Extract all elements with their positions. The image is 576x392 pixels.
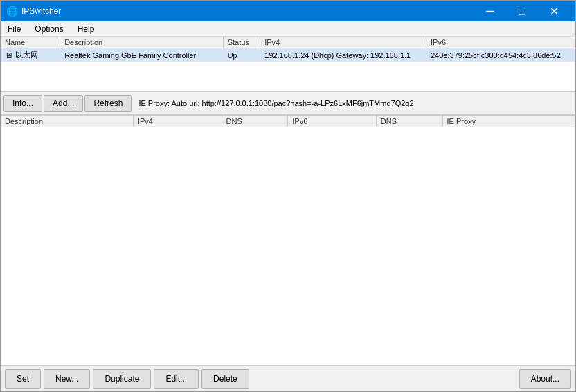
profile-col-proxy: IE Proxy	[442, 116, 575, 127]
menu-bar: File Options Help	[1, 21, 575, 37]
col-header-name: Name	[1, 37, 60, 48]
profile-col-dns2: DNS	[376, 116, 442, 127]
maximize-button[interactable]: □	[506, 1, 538, 21]
app-icon: 🌐	[6, 6, 17, 17]
delete-button[interactable]: Delete	[201, 369, 249, 389]
window-controls: ─ □ ✕	[474, 1, 570, 21]
network-icon-cell: 🖥 以太网	[5, 50, 38, 60]
profile-list[interactable]: Description IPv4 DNS IPv6 DNS IE Proxy	[1, 115, 575, 366]
main-window: 🌐 IPSwitcher ─ □ ✕ File Options Help Nam…	[0, 0, 576, 392]
profile-table: Description IPv4 DNS IPv6 DNS IE Proxy	[1, 116, 575, 127]
menu-options[interactable]: Options	[28, 21, 70, 36]
cell-description: Realtek Gaming GbE Family Controller	[60, 48, 224, 62]
col-header-ipv6: IPv6	[426, 37, 575, 48]
info-button[interactable]: Info...	[3, 95, 42, 112]
col-header-status: Status	[223, 37, 260, 48]
cell-status: Up	[223, 48, 260, 62]
new-button[interactable]: New...	[44, 369, 90, 389]
title-bar: 🌐 IPSwitcher ─ □ ✕	[1, 1, 575, 21]
action-toolbar: Info... Add... Refresh IE Proxy: Auto ur…	[1, 92, 575, 115]
about-button[interactable]: About...	[519, 369, 571, 389]
duplicate-button[interactable]: Duplicate	[93, 369, 151, 389]
profile-col-ipv6: IPv6	[288, 116, 377, 127]
cell-name: 🖥 以太网	[1, 48, 60, 62]
edit-button[interactable]: Edit...	[154, 369, 199, 389]
network-list[interactable]: Name Description Status IPv4 IPv6 🖥 以太网 …	[1, 37, 575, 92]
profile-col-dns1: DNS	[222, 116, 288, 127]
menu-help[interactable]: Help	[71, 21, 102, 36]
menu-file[interactable]: File	[1, 21, 28, 36]
footer-toolbar: Set New... Duplicate Edit... Delete Abou…	[1, 366, 575, 391]
proxy-info-text: IE Proxy: Auto url: http://127.0.0.1:108…	[133, 99, 573, 107]
table-header-row: Name Description Status IPv4 IPv6	[1, 37, 575, 48]
profile-col-ipv4: IPv4	[133, 116, 222, 127]
cell-ipv6: 240e:379:25cf:c300:d454:4c3:86de:52	[426, 48, 575, 62]
table-row[interactable]: 🖥 以太网 Realtek Gaming GbE Family Controll…	[1, 48, 575, 62]
network-icon: 🖥	[5, 51, 12, 60]
set-button[interactable]: Set	[5, 369, 41, 389]
cell-ipv4: 192.168.1.24 (Dhcp) Gateway: 192.168.1.1	[260, 48, 426, 62]
col-header-description: Description	[60, 37, 224, 48]
col-header-ipv4: IPv4	[260, 37, 426, 48]
add-button[interactable]: Add...	[44, 95, 83, 112]
network-table: Name Description Status IPv4 IPv6 🖥 以太网 …	[1, 37, 575, 62]
refresh-button[interactable]: Refresh	[84, 95, 132, 112]
profile-header-row: Description IPv4 DNS IPv6 DNS IE Proxy	[1, 116, 575, 127]
profile-col-description: Description	[1, 116, 133, 127]
close-button[interactable]: ✕	[538, 1, 570, 21]
window-title: IPSwitcher	[21, 6, 474, 16]
minimize-button[interactable]: ─	[474, 1, 506, 21]
